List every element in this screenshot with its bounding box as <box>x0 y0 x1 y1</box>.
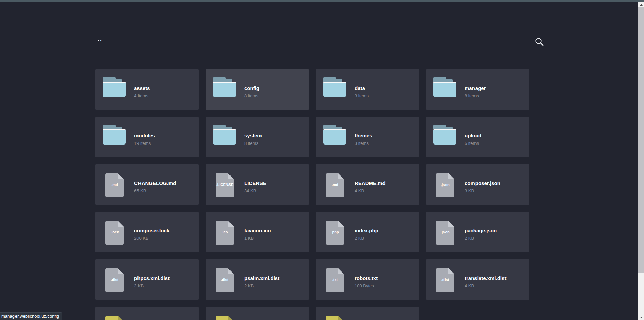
folder-card[interactable]: config8 items <box>206 69 309 110</box>
scroll-up-button[interactable] <box>638 2 644 7</box>
file-card[interactable]: .phpindex.php2 KB <box>316 212 419 252</box>
item-meta: 2 KB <box>244 283 306 289</box>
card-text: index.php2 KB <box>355 212 417 252</box>
folder-icon <box>103 125 126 145</box>
item-name: README.md <box>355 180 417 186</box>
item-name: modules <box>134 133 196 139</box>
file-card[interactable]: .distpsalm.xml.dist2 KB <box>206 259 309 300</box>
item-meta: 3 items <box>355 141 417 146</box>
file-ext-label: .ico <box>216 230 234 234</box>
item-name: LICENSE <box>244 180 306 186</box>
card-text: upload6 items <box>465 117 527 157</box>
file-icon: .json <box>436 221 454 245</box>
file-icon: .php <box>326 221 344 245</box>
card-text: psalm.xml.dist2 KB <box>244 259 306 300</box>
file-ext-label: .lock <box>105 230 124 234</box>
folder-icon <box>213 77 236 97</box>
item-name: composer.json <box>465 180 527 186</box>
file-icon: .txt <box>326 268 344 292</box>
item-name: index.php <box>355 228 417 234</box>
item-meta: 3 KB <box>465 188 527 194</box>
file-icon: .dist <box>105 268 124 292</box>
scrollbar-track[interactable] <box>638 2 644 320</box>
item-name: package.json <box>465 228 527 234</box>
folder-card[interactable]: modules19 items <box>95 117 199 157</box>
item-name: themes <box>355 133 417 139</box>
folder-card[interactable]: upload6 items <box>426 117 529 157</box>
file-icon <box>216 316 234 320</box>
card-text: assets4 items <box>134 69 196 110</box>
item-name: upload <box>465 133 527 139</box>
folder-icon <box>103 77 126 97</box>
folder-card[interactable]: themes3 items <box>316 117 419 157</box>
item-name: robots.txt <box>355 275 417 281</box>
scroll-down-button[interactable] <box>638 315 644 320</box>
item-meta: 19 items <box>134 141 196 146</box>
card-text: composer.lock200 KB <box>134 212 196 252</box>
folder-icon <box>433 125 456 145</box>
search-button[interactable] <box>534 37 545 48</box>
item-name: composer.lock <box>134 228 196 234</box>
card-text: phpcs.xml.dist2 KB <box>134 259 196 300</box>
card-text: README.md4 KB <box>355 164 417 205</box>
item-name: phpcs.xml.dist <box>134 275 196 281</box>
file-ext-label: .md <box>105 183 124 187</box>
item-meta: 200 KB <box>134 236 196 241</box>
folder-card[interactable]: data3 items <box>316 69 419 110</box>
item-meta: 4 KB <box>465 283 527 289</box>
card-text: system8 items <box>244 117 306 157</box>
item-meta: 6 items <box>465 141 527 146</box>
folder-card[interactable]: assets4 items <box>95 69 199 110</box>
item-meta: 4 KB <box>355 188 417 194</box>
file-card[interactable]: .jsoncomposer.json3 KB <box>426 164 529 205</box>
card-text: modules19 items <box>134 117 196 157</box>
file-icon: .dist <box>216 268 234 292</box>
card-text: package.json2 KB <box>465 212 527 252</box>
card-text <box>134 307 196 320</box>
file-card[interactable] <box>316 307 419 320</box>
item-meta: 3 items <box>355 93 417 99</box>
item-meta: 2 KB <box>355 236 417 241</box>
card-text: composer.json3 KB <box>465 164 527 205</box>
card-text: manager8 items <box>465 69 527 110</box>
card-text: translate.xml.dist4 KB <box>465 259 527 300</box>
file-card[interactable]: .disttranslate.xml.dist4 KB <box>426 259 529 300</box>
card-text: favicon.ico1 KB <box>244 212 306 252</box>
search-icon <box>534 42 545 48</box>
file-ext-label: .json <box>436 183 454 187</box>
scrollbar-thumb[interactable] <box>638 7 644 273</box>
file-grid: assets4 itemsconfig8 itemsdata3 itemsman… <box>95 69 529 320</box>
file-card[interactable]: .icofavicon.ico1 KB <box>206 212 309 252</box>
file-card[interactable] <box>206 307 309 320</box>
file-card[interactable]: .distphpcs.xml.dist2 KB <box>95 259 199 300</box>
file-card[interactable]: .LICENSELICENSE34 KB <box>206 164 309 205</box>
file-card[interactable]: .lockcomposer.lock200 KB <box>95 212 199 252</box>
folder-card[interactable]: manager8 items <box>426 69 529 110</box>
arrow-down-icon <box>640 317 643 318</box>
top-strip <box>0 0 644 2</box>
item-meta: 8 items <box>244 93 306 99</box>
parent-directory-link[interactable]: .. <box>98 35 111 46</box>
card-text <box>244 307 306 320</box>
file-card[interactable] <box>95 307 199 320</box>
file-icon: .json <box>436 173 454 197</box>
file-card[interactable]: .mdREADME.md4 KB <box>316 164 419 205</box>
file-ext-label: .dist <box>216 278 234 282</box>
file-card[interactable]: .txtrobots.txt100 Bytes <box>316 259 419 300</box>
card-text <box>355 307 417 320</box>
file-icon: .LICENSE <box>216 173 234 197</box>
file-icon <box>326 316 344 320</box>
item-name: config <box>244 85 306 91</box>
card-text: config8 items <box>244 69 306 110</box>
file-icon: .md <box>326 173 344 197</box>
item-meta: 2 KB <box>465 236 527 241</box>
file-card[interactable]: .mdCHANGELOG.md65 KB <box>95 164 199 205</box>
file-icon: .ico <box>216 221 234 245</box>
item-name: CHANGELOG.md <box>134 180 196 186</box>
item-name: data <box>355 85 417 91</box>
file-card[interactable]: .jsonpackage.json2 KB <box>426 212 529 252</box>
card-text: LICENSE34 KB <box>244 164 306 205</box>
folder-card[interactable]: system8 items <box>206 117 309 157</box>
file-ext-label: .php <box>326 230 344 234</box>
item-meta: 65 KB <box>134 188 196 194</box>
